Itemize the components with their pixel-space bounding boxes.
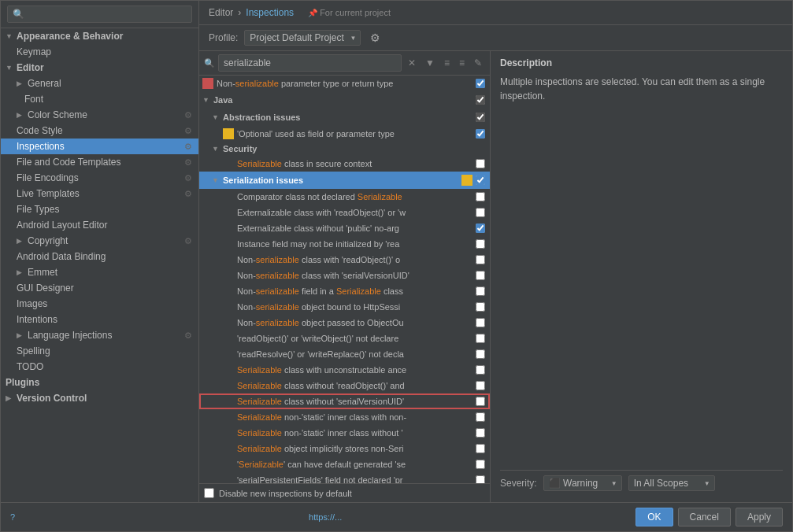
apply-button[interactable]: Apply	[736, 508, 783, 526]
insp-item-non-serial-param[interactable]: Non-serializable parameter type or retur…	[199, 76, 490, 91]
group-checkbox[interactable]	[476, 95, 485, 105]
insp-checkbox[interactable]	[476, 224, 485, 233]
insp-item-readobject-notdeclared[interactable]: 'readObject()' or 'writeObject()' not de…	[199, 331, 490, 346]
sidebar-item-android-data-binding[interactable]: Android Data Binding	[1, 249, 198, 264]
insp-checkbox[interactable]	[476, 302, 485, 312]
sidebar-item-todo[interactable]: TODO	[1, 359, 198, 375]
sidebar-item-android-layout[interactable]: Android Layout Editor	[1, 217, 198, 233]
insp-checkbox[interactable]	[476, 334, 485, 343]
severity-select[interactable]: ⬛ Warning	[543, 475, 622, 491]
group-abstraction[interactable]: ▼ Abstraction issues	[199, 109, 490, 126]
insp-item-instance-field[interactable]: Instance field may not be initialized by…	[199, 236, 490, 252]
insp-checkbox[interactable]	[476, 159, 485, 168]
sidebar-item-editor[interactable]: ▼ Editor	[1, 60, 198, 76]
disable-new-inspections-checkbox[interactable]	[204, 488, 214, 498]
sidebar-item-plugins[interactable]: Plugins	[1, 375, 198, 390]
insp-item-nonserial-readobject[interactable]: Non-serializable class with 'readObject(…	[199, 252, 490, 268]
sidebar-item-appearance[interactable]: ▼ Appearance & Behavior	[1, 28, 198, 44]
insp-item-serial-default[interactable]: 'Serializable' can have default generate…	[199, 456, 490, 472]
sidebar-item-file-code-templates[interactable]: File and Code Templates ⚙	[1, 154, 198, 170]
insp-item-serial-persistent[interactable]: 'serialPersistentFields' field not decla…	[199, 472, 490, 483]
sidebar-item-live-templates[interactable]: Live Templates ⚙	[1, 186, 198, 201]
insp-checkbox[interactable]	[476, 271, 485, 280]
insp-item-readresolve-notdeclared[interactable]: 'readResolve()' or 'writeReplace()' not …	[199, 346, 490, 362]
help-link[interactable]: ?	[10, 512, 15, 522]
sidebar-item-copyright[interactable]: ▶ Copyright ⚙	[1, 233, 198, 249]
sidebar-search-input[interactable]	[7, 6, 192, 23]
sidebar-item-color-scheme[interactable]: ▶ Color Scheme ⚙	[1, 107, 198, 123]
sidebar-item-file-types[interactable]: File Types	[1, 201, 198, 217]
insp-checkbox[interactable]	[476, 428, 485, 438]
insp-item-text: Non-serializable field in a Serializable…	[237, 286, 471, 296]
sidebar-item-emmet[interactable]: ▶ Emmet	[1, 264, 198, 280]
settings-icon: ⚙	[184, 126, 192, 136]
more-options-button[interactable]: ✎	[471, 56, 485, 70]
sidebar-item-spelling[interactable]: Spelling	[1, 343, 198, 359]
sidebar-item-lang-injections[interactable]: ▶ Language Injections ⚙	[1, 327, 198, 343]
insp-checkbox[interactable]	[476, 412, 485, 422]
description-title: Description	[500, 57, 783, 68]
sidebar-item-file-encodings[interactable]: File Encodings ⚙	[1, 170, 198, 186]
group-java[interactable]: ▼ Java	[199, 91, 490, 109]
insp-checkbox[interactable]	[476, 475, 485, 483]
insp-item-nonserial-objectout[interactable]: Non-serializable object passed to Object…	[199, 315, 490, 331]
collapse-all-button[interactable]: ≡	[456, 56, 468, 70]
insp-item-serial-no-svuid[interactable]: Serializable class without 'serialVersio…	[199, 393, 490, 409]
cancel-button[interactable]: Cancel	[678, 508, 731, 526]
sidebar-item-code-style[interactable]: Code Style ⚙	[1, 123, 198, 139]
sidebar-item-keymap[interactable]: Keymap	[1, 44, 198, 60]
insp-item-serial-unconstructable[interactable]: Serializable class with unconstructable …	[199, 362, 490, 378]
insp-checkbox[interactable]	[476, 255, 485, 264]
group-security[interactable]: ▼ Security	[199, 142, 490, 156]
sidebar-item-inspections[interactable]: Inspections ⚙	[1, 139, 198, 154]
sidebar-item-intentions[interactable]: Intentions	[1, 312, 198, 327]
sidebar-item-gui-designer[interactable]: GUI Designer	[1, 280, 198, 296]
insp-item-externalizable-readobject[interactable]: Externalizable class with 'readObject()'…	[199, 205, 490, 220]
insp-item-nonserial-field[interactable]: Non-serializable field in a Serializable…	[199, 283, 490, 299]
insp-item-comparator[interactable]: Comparator class not declared Serializab…	[199, 189, 490, 205]
profile-gear-button[interactable]: ⚙	[367, 30, 384, 46]
insp-checkbox[interactable]	[476, 444, 485, 453]
inspection-search-input[interactable]	[218, 54, 402, 72]
group-checkbox-cell	[474, 174, 487, 187]
search-bar: 🔍 ✕ ▼ ≡ ≡ ✎	[199, 51, 490, 76]
insp-checkbox[interactable]	[476, 208, 485, 217]
insp-checkbox[interactable]	[476, 460, 485, 469]
insp-checkbox[interactable]	[476, 129, 485, 139]
insp-checkbox[interactable]	[476, 397, 485, 406]
profile-select[interactable]: Project Default Project	[244, 30, 361, 46]
insp-checkbox[interactable]	[476, 239, 485, 249]
group-checkbox[interactable]	[476, 175, 485, 185]
sidebar-item-version-control[interactable]: ▶ Version Control	[1, 390, 198, 406]
sidebar-item-label: Android Layout Editor	[17, 220, 107, 231]
filter-button[interactable]: ▼	[422, 56, 438, 70]
insp-checkbox[interactable]	[476, 318, 485, 327]
insp-checkbox[interactable]	[476, 192, 485, 201]
insp-item-serial-stores-non[interactable]: Serializable object implicitly stores no…	[199, 441, 490, 456]
insp-item-serializable-secure[interactable]: Serializable class in secure context	[199, 156, 490, 172]
insp-item-nonserial-svuid[interactable]: Non-serializable class with 'serialVersi…	[199, 268, 490, 283]
insp-item-nonserial-httpsess[interactable]: Non-serializable object bound to HttpSes…	[199, 299, 490, 315]
clear-search-button[interactable]: ✕	[405, 56, 419, 70]
insp-checkbox[interactable]	[476, 349, 485, 359]
expand-all-button[interactable]: ≡	[441, 56, 453, 70]
scope-select[interactable]: In All Scopes	[628, 475, 715, 491]
expand-arrow: ▶	[17, 237, 24, 245]
insp-item-optional-field[interactable]: 'Optional' used as field or parameter ty…	[199, 126, 490, 142]
ok-button[interactable]: OK	[636, 508, 673, 526]
insp-item-serial-no-readobject[interactable]: Serializable class without 'readObject()…	[199, 378, 490, 393]
sidebar-item-images[interactable]: Images	[1, 296, 198, 312]
sidebar-item-font[interactable]: Font	[1, 91, 198, 107]
profile-select-wrapper: Project Default Project	[244, 30, 361, 46]
insp-checkbox[interactable]	[476, 381, 485, 390]
group-checkbox-cell	[474, 111, 487, 124]
sidebar-item-general[interactable]: ▶ General	[1, 76, 198, 91]
insp-item-serial-nonstatic1[interactable]: Serializable non-'static' inner class wi…	[199, 409, 490, 425]
insp-item-serial-nonstatic2[interactable]: Serializable non-'static' inner class wi…	[199, 425, 490, 441]
insp-checkbox[interactable]	[476, 365, 485, 375]
group-serialization[interactable]: ▼ Serialization issues	[199, 172, 490, 189]
group-checkbox[interactable]	[476, 113, 485, 122]
insp-item-externalizable-nopublic[interactable]: Externalizable class without 'public' no…	[199, 220, 490, 236]
insp-checkbox[interactable]	[476, 79, 485, 88]
insp-checkbox[interactable]	[476, 286, 485, 296]
